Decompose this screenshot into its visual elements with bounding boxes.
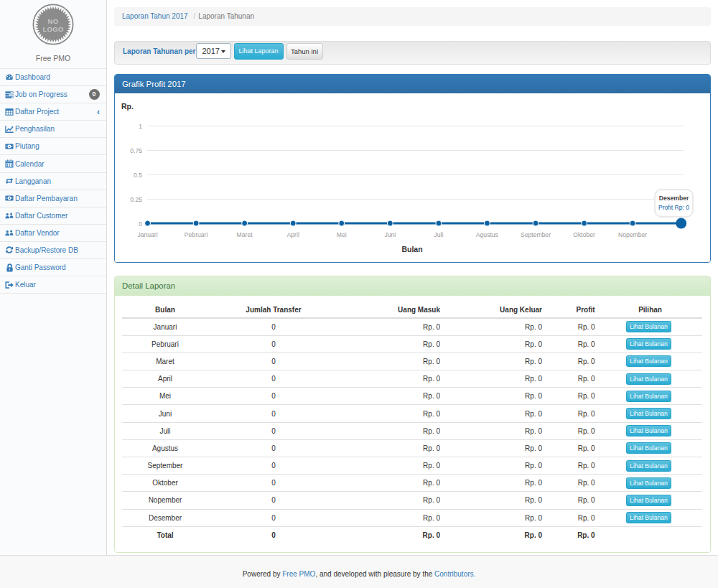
svg-text:Oktober: Oktober [573,231,595,238]
svg-text:September: September [521,231,551,238]
svg-text:Juni: Juni [384,231,396,238]
svg-text:0.5: 0.5 [134,172,142,179]
svg-text:Rp.: Rp. [121,102,134,111]
svg-text:April: April [287,231,299,238]
svg-text:1: 1 [139,123,142,130]
svg-text:Agustus: Agustus [476,231,498,238]
svg-text:Bulan: Bulan [401,245,422,253]
svg-text:0.75: 0.75 [130,147,142,154]
svg-text:0: 0 [139,220,142,228]
svg-text:Juli: Juli [434,231,443,238]
svg-text:NO: NO [48,17,59,25]
svg-text:0.25: 0.25 [130,196,142,203]
svg-text:Nopember: Nopember [618,231,647,238]
svg-text:LOGO: LOGO [42,25,63,33]
svg-text:Mei: Mei [337,231,347,238]
svg-text:Maret: Maret [237,231,253,238]
svg-text:Pebruari: Pebruari [185,231,208,238]
svg-text:Januari: Januari [137,231,157,238]
